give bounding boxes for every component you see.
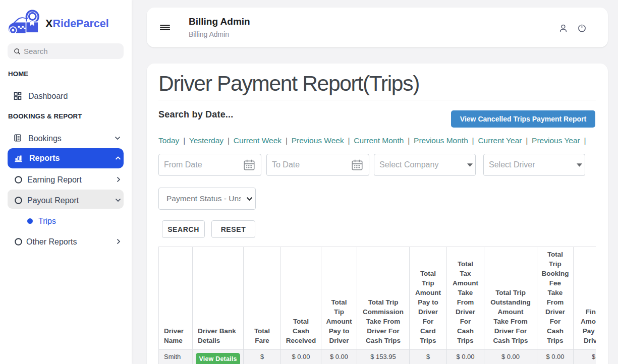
svg-text:RideParcel: RideParcel: [53, 18, 109, 30]
svg-text:X: X: [45, 18, 53, 30]
